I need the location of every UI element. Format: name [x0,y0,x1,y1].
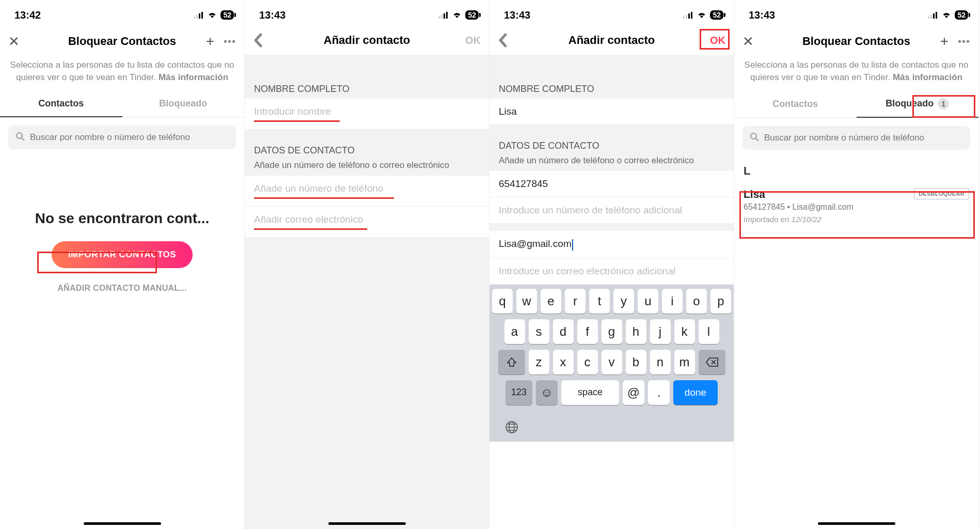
highlight-underline [254,120,340,122]
key-k[interactable]: k [674,319,695,344]
tab-contacts[interactable]: Contactos [734,92,857,118]
name-value: Lisa [499,106,517,117]
key-l[interactable]: l [699,319,719,344]
phone-field[interactable] [245,176,489,207]
back-icon[interactable] [498,33,508,48]
email2-field[interactable] [489,258,734,285]
add-icon[interactable]: + [206,33,214,50]
key-e[interactable]: e [541,289,561,314]
status-right: 52 [928,10,968,20]
email-input[interactable] [254,214,480,225]
home-indicator [328,522,406,525]
key-u[interactable]: u [638,289,658,314]
back-icon[interactable] [253,33,263,48]
key-x[interactable]: x [553,350,574,375]
email2-input[interactable] [499,266,724,277]
ok-button[interactable]: OK [465,35,481,46]
close-icon[interactable]: ✕ [8,34,20,50]
background-fill [245,238,489,529]
nav-bar: ✕ Bloquear Contactos + ••• [0,26,244,57]
tab-contacts[interactable]: Contactos [0,92,122,117]
svg-line-26 [756,138,758,141]
dot-key[interactable]: . [648,380,670,405]
more-info-link[interactable]: Más información [893,72,962,82]
at-key[interactable]: @ [623,380,644,405]
name-input[interactable] [254,106,480,117]
phone2-field[interactable] [489,197,734,224]
status-time: 13:43 [259,9,286,21]
key-b[interactable]: b [626,350,646,375]
key-p[interactable]: p [710,289,731,314]
wifi-icon [697,11,707,19]
section-header-contact: DATOS DE CONTACTO [245,130,489,160]
tabs: Contactos Bloqueado [0,92,244,117]
key-d[interactable]: d [553,319,574,344]
key-m[interactable]: m [674,350,695,375]
space-key[interactable]: space [561,380,619,405]
cellular-signal-icon [928,11,938,19]
search-input[interactable] [764,133,963,143]
name-field[interactable] [245,99,489,130]
status-right: 52 [194,10,234,20]
phone2-input[interactable] [499,205,724,216]
key-h[interactable]: h [626,319,646,344]
key-z[interactable]: z [529,350,549,375]
ok-button[interactable]: OK [710,35,725,46]
search-bar[interactable] [8,126,236,149]
contact-details: 654127845 • Lisa@gmail.com [744,203,969,212]
svg-rect-12 [688,13,690,19]
contact-row[interactable]: Lisa DESBLOQUEAR 654127845 • Lisa@gmail.… [734,182,978,231]
emoji-key[interactable]: ☺ [536,380,558,405]
key-t[interactable]: t [589,289,610,314]
cellular-signal-icon [438,11,449,19]
search-icon [15,132,25,143]
key-w[interactable]: w [516,289,537,314]
add-manual-contact-button[interactable]: AÑADIR CONTACTO MANUAL... [47,277,197,299]
add-icon[interactable]: + [940,33,949,50]
svg-rect-23 [933,13,935,19]
key-v[interactable]: v [602,350,622,375]
name-field[interactable]: Lisa [489,99,734,125]
key-n[interactable]: n [650,350,671,375]
screen-add-contact-filled: 13:43 52 Añadir contacto OK NOMBRE COMPL… [489,0,734,529]
key-g[interactable]: g [602,319,622,344]
more-info-link[interactable]: Más información [159,72,228,82]
more-icon[interactable]: ••• [224,36,236,48]
text-cursor [572,239,573,251]
battery-level: 52 [955,10,968,20]
key-j[interactable]: j [650,319,671,344]
import-contacts-button[interactable]: IMPORTAR CONTACTOS [52,241,193,268]
status-right: 52 [683,10,723,20]
key-a[interactable]: a [504,319,525,344]
key-s[interactable]: s [529,319,549,344]
key-y[interactable]: y [613,289,634,314]
section-letter: L [734,154,978,182]
svg-rect-24 [936,12,937,19]
search-input[interactable] [30,132,229,143]
email-field[interactable]: Lisa@gmail.com [489,231,734,258]
key-r[interactable]: r [565,289,586,314]
blocked-count-badge: 1 [938,98,949,110]
done-key[interactable]: done [673,380,718,405]
numbers-key[interactable]: 123 [505,380,532,405]
phone-field[interactable]: 654127845 [489,171,734,197]
key-o[interactable]: o [686,289,707,314]
key-c[interactable]: c [577,350,598,375]
search-bar[interactable] [742,126,970,150]
unblock-button[interactable]: DESBLOQUEAR [914,188,969,199]
tab-blocked[interactable]: Bloqueado 1 [857,92,979,118]
close-icon[interactable]: ✕ [742,34,754,50]
shift-key[interactable] [498,350,525,375]
email-field[interactable] [245,207,489,238]
phone-input[interactable] [254,183,480,194]
key-f[interactable]: f [577,319,598,344]
more-icon[interactable]: ••• [958,36,970,48]
home-indicator [84,522,161,525]
tab-blocked[interactable]: Bloqueado [122,92,245,117]
globe-icon[interactable] [504,420,519,434]
backspace-key[interactable] [699,350,725,375]
key-q[interactable]: q [492,289,513,314]
status-bar: 13:42 52 [0,0,244,26]
page-title: Bloquear Contactos [779,35,934,48]
key-i[interactable]: i [662,289,683,314]
